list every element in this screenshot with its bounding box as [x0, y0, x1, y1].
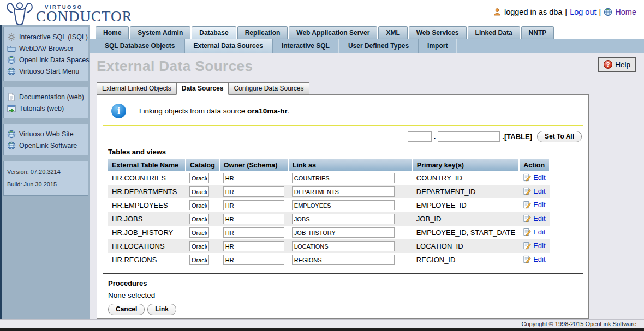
tables-and-views-table: External Table NameCatalogOwner (Schema)…: [108, 159, 550, 267]
link-as-input[interactable]: [292, 173, 395, 183]
info-message: Linking objects from data source ora10ma…: [139, 107, 289, 115]
sub-tab-bar: SQL Database ObjectsExternal Data Source…: [90, 39, 644, 53]
edit-link-label: Edit: [533, 173, 545, 182]
edit-link-label: Edit: [533, 187, 545, 195]
catalog-qualifier-input[interactable]: [408, 131, 432, 142]
primary-keys: REGION_ID: [413, 253, 519, 267]
session-divider: |: [565, 8, 567, 16]
external-table-name: HR.JOB_HISTORY: [108, 226, 186, 239]
edit-link-label: Edit: [533, 228, 545, 236]
column-header-catalog: Catalog: [186, 159, 219, 171]
catalog-input[interactable]: [189, 186, 209, 197]
edit-link[interactable]: Edit: [523, 187, 545, 195]
tab-nntp[interactable]: NNTP: [521, 26, 554, 39]
edit-link[interactable]: Edit: [523, 173, 545, 182]
sidebar: Interactive SQL (ISQL)WebDAV BrowserOpen…: [0, 25, 90, 319]
innertab-data-sources[interactable]: Data Sources: [176, 82, 229, 95]
table-row-hr-departments: HR.DEPARTMENTSDEPARTMENT_IDEdit: [108, 185, 550, 198]
owner-qualifier-input[interactable]: [438, 131, 500, 142]
sidebar-item-label: Virtuoso Web Site: [19, 130, 74, 138]
edit-icon: [523, 255, 531, 263]
primary-keys: EMPLOYEE_ID: [413, 198, 519, 212]
subtab-import[interactable]: Import: [418, 39, 457, 53]
owner-input[interactable]: [223, 186, 284, 197]
tab-xml[interactable]: XML: [378, 26, 407, 39]
tab-linked-data[interactable]: Linked Data: [468, 26, 520, 39]
owner-input[interactable]: [223, 227, 284, 238]
link-as-input[interactable]: [292, 227, 395, 238]
catalog-input[interactable]: [189, 173, 209, 183]
primary-keys: LOCATION_ID: [413, 239, 519, 253]
column-header-owner-schema: Owner (Schema): [219, 159, 288, 171]
globe-icon: [604, 8, 612, 16]
sidebar-item-virtuoso-start-menu[interactable]: Virtuoso Start Menu: [7, 65, 86, 77]
tab-system-admin[interactable]: System Admin: [130, 26, 190, 39]
catalog-input[interactable]: [189, 214, 209, 224]
sidebar-item-openlink-software[interactable]: OpenLink Software: [7, 140, 86, 151]
catalog-input[interactable]: [189, 255, 209, 265]
owner-input[interactable]: [223, 200, 284, 210]
tab-web-application-server[interactable]: Web Application Server: [289, 26, 377, 39]
tab-home[interactable]: Home: [96, 26, 129, 39]
copyright-text: Copyright © 1998-2015 OpenLink Software: [521, 321, 636, 327]
data-sources-panel: i Linking objects from data source ora10…: [97, 94, 589, 319]
edit-link[interactable]: Edit: [523, 228, 545, 236]
tab-web-services[interactable]: Web Services: [409, 26, 467, 39]
tab-database[interactable]: Database: [192, 26, 236, 39]
owner-input[interactable]: [223, 214, 284, 224]
primary-keys: EMPLOYEE_ID, START_DATE: [413, 226, 519, 239]
edit-link[interactable]: Edit: [523, 255, 545, 263]
globe-icon: [7, 67, 16, 76]
table-row-hr-employees: HR.EMPLOYEESEMPLOYEE_IDEdit: [108, 198, 550, 212]
edit-icon: [523, 242, 531, 250]
catalog-input[interactable]: [189, 227, 209, 238]
innertab-external-linked-objects[interactable]: External Linked Objects: [97, 82, 177, 95]
table-qualifier-suffix: .[TABLE]: [502, 133, 532, 141]
page-title: External Data Sources: [97, 57, 253, 75]
set-to-all-button[interactable]: Set To All: [537, 131, 582, 142]
home-link[interactable]: Home: [615, 8, 636, 16]
edit-link[interactable]: Edit: [523, 214, 545, 222]
sidebar-item-webdav-browser[interactable]: WebDAV Browser: [7, 43, 86, 54]
link-as-input[interactable]: [292, 241, 395, 251]
cancel-button[interactable]: Cancel: [108, 304, 145, 315]
subtab-user-defined-types[interactable]: User Defined Types: [339, 39, 418, 53]
external-table-name: HR.JOBS: [108, 212, 186, 226]
primary-keys: JOB_ID: [413, 212, 519, 226]
catalog-input[interactable]: [189, 241, 209, 251]
link-as-input[interactable]: [292, 214, 395, 224]
edit-link[interactable]: Edit: [523, 242, 545, 250]
subtab-sql-database-objects[interactable]: SQL Database Objects: [96, 39, 184, 53]
innertab-configure-data-sources[interactable]: Configure Data Sources: [228, 82, 309, 95]
procedures-status: None selected: [108, 291, 588, 299]
link-as-input[interactable]: [292, 255, 395, 265]
owner-input[interactable]: [223, 173, 284, 183]
help-button[interactable]: ? Help: [598, 57, 636, 72]
sidebar-item-tutorials-web[interactable]: Tutorials (web): [7, 103, 86, 114]
edit-icon: [523, 228, 531, 236]
tab-replication[interactable]: Replication: [237, 26, 288, 39]
subtab-external-data-sources[interactable]: External Data Sources: [184, 39, 272, 53]
sidebar-item-label: Tutorials (web): [19, 105, 64, 112]
sidebar-item-documentation-web[interactable]: Documentation (web): [7, 91, 86, 103]
sidebar-item-openlink-data-spaces[interactable]: OpenLink Data Spaces: [7, 54, 86, 65]
table-row-hr-jobs: HR.JOBSJOB_IDEdit: [108, 212, 550, 226]
link-as-input[interactable]: [292, 186, 395, 197]
sidebar-item-virtuoso-web-site[interactable]: Virtuoso Web Site: [7, 128, 86, 140]
owner-input[interactable]: [223, 255, 284, 265]
catalog-input[interactable]: [189, 200, 209, 210]
edit-link[interactable]: Edit: [523, 201, 545, 209]
subtab-interactive-sql[interactable]: Interactive SQL: [272, 39, 339, 53]
owner-input[interactable]: [223, 241, 284, 251]
edit-link-label: Edit: [533, 242, 545, 250]
edit-icon: [523, 173, 531, 182]
main-region: HomeSystem AdminDatabaseReplicationWeb A…: [90, 25, 644, 319]
primary-keys: DEPARTMENT_ID: [413, 185, 519, 198]
sidebar-item-label: Documentation (web): [19, 93, 84, 101]
logout-link[interactable]: Log out: [570, 8, 596, 16]
link-button[interactable]: Link: [147, 304, 176, 315]
sidebar-item-interactive-sql-isql[interactable]: Interactive SQL (ISQL): [7, 31, 86, 43]
version-text: Version: 07.20.3214: [7, 166, 85, 178]
link-as-input[interactable]: [292, 200, 395, 210]
qualifier-row: . .[TABLE] Set To All: [97, 128, 588, 148]
